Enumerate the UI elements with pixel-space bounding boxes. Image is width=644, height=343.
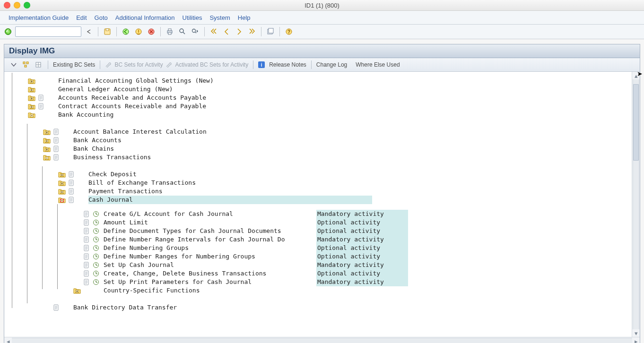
menu-goto[interactable]: Goto <box>95 14 108 21</box>
document-icon[interactable] <box>37 103 45 110</box>
activity-icon[interactable] <box>92 270 100 277</box>
activity-icon[interactable] <box>92 211 100 217</box>
folder-collapsed-icon[interactable] <box>58 188 66 195</box>
save-icon[interactable] <box>102 26 113 37</box>
existing-bc-sets-link[interactable]: Existing BC Sets <box>53 61 95 68</box>
scroll-up-icon[interactable]: ▴ <box>635 72 638 79</box>
tree-row[interactable]: Bill of Exchange Transactions <box>9 179 627 187</box>
scroll-down-icon[interactable]: ▾ <box>635 329 638 337</box>
activity-icon[interactable] <box>92 236 100 243</box>
last-page-icon[interactable] <box>247 26 257 37</box>
where-else-used-link[interactable]: Where Else Used <box>356 61 400 68</box>
activity-icon[interactable] <box>92 279 100 285</box>
menu-implementation-guide[interactable]: Implementation Guide <box>9 14 69 21</box>
tree-row[interactable]: Business Transactions <box>9 153 627 162</box>
command-field[interactable] <box>15 26 81 37</box>
document-icon[interactable] <box>52 129 60 135</box>
document-icon[interactable] <box>52 137 60 144</box>
document-icon[interactable] <box>52 304 60 311</box>
menu-help[interactable]: Help <box>238 14 251 21</box>
document-icon[interactable] <box>83 262 90 268</box>
menu-edit[interactable]: Edit <box>76 14 87 21</box>
folder-collapsed-icon[interactable] <box>28 103 35 110</box>
next-page-icon[interactable] <box>234 26 244 37</box>
document-icon[interactable] <box>83 279 90 285</box>
tree-row[interactable]: Define Numbering GroupsOptional activity <box>9 244 627 252</box>
folder-open-icon[interactable] <box>58 197 66 203</box>
help-icon[interactable]: ? <box>284 26 294 37</box>
folder-collapsed-icon[interactable] <box>43 146 51 152</box>
img-tree[interactable]: Financial Accounting Global Settings (Ne… <box>4 72 632 337</box>
menu-system[interactable]: System <box>209 14 230 21</box>
tree-row[interactable]: Create G/L Account for Cash JournalManda… <box>9 210 627 218</box>
folder-collapsed-icon[interactable] <box>28 94 35 101</box>
scroll-right-icon[interactable]: ▸ <box>632 338 640 343</box>
scroll-left-icon[interactable]: ◂ <box>4 338 12 343</box>
exit-icon[interactable] <box>133 26 144 37</box>
folder-collapsed-icon[interactable] <box>28 77 35 84</box>
prev-page-icon[interactable] <box>221 26 232 37</box>
expand-subtree-icon[interactable] <box>9 60 18 69</box>
folder-collapsed-icon[interactable] <box>28 86 35 93</box>
activity-icon[interactable] <box>92 262 100 268</box>
tree-row[interactable]: Check Deposit <box>9 170 627 179</box>
document-icon[interactable] <box>68 197 75 203</box>
tree-row[interactable]: Account Balance Interest Calculation <box>9 128 627 136</box>
tree-row[interactable]: Financial Accounting Global Settings (Ne… <box>9 77 627 85</box>
first-page-icon[interactable] <box>209 26 219 37</box>
tree-row[interactable]: Payment Transactions <box>9 187 627 196</box>
release-notes-link[interactable]: Release Notes <box>269 61 306 68</box>
tree-row[interactable]: Create, Change, Delete Business Transact… <box>9 269 627 278</box>
folder-collapsed-icon[interactable] <box>58 180 66 186</box>
tree-row[interactable]: Amount LimitOptional activity <box>9 218 627 227</box>
back-icon[interactable] <box>121 26 131 37</box>
document-icon[interactable] <box>83 253 90 260</box>
window-minimize-button[interactable] <box>14 2 20 9</box>
tree-row[interactable]: Bank Directory Data Transfer <box>9 303 627 312</box>
document-icon[interactable] <box>68 180 75 186</box>
document-icon[interactable] <box>83 219 90 226</box>
activity-icon[interactable] <box>92 245 100 251</box>
tree-row[interactable]: Bank Accounts <box>9 136 627 145</box>
document-icon[interactable] <box>68 188 75 195</box>
folder-collapsed-icon[interactable] <box>73 287 81 294</box>
change-log-link[interactable]: Change Log <box>316 61 347 68</box>
folder-expanded-icon[interactable] <box>43 154 51 161</box>
tree-row[interactable]: Define Number Range Intervals for Cash J… <box>9 235 627 244</box>
menu-additional-info[interactable]: Additional Information <box>115 14 175 21</box>
document-icon[interactable] <box>52 154 60 161</box>
find-icon[interactable] <box>177 26 188 37</box>
window-zoom-button[interactable] <box>24 2 30 9</box>
where-used-icon[interactable] <box>34 60 43 69</box>
vertical-scrollbar[interactable]: ▴ ▾ <box>632 72 640 337</box>
document-icon[interactable] <box>52 146 60 152</box>
activity-icon[interactable] <box>92 253 100 260</box>
document-icon[interactable] <box>83 245 90 251</box>
print-icon[interactable] <box>165 26 175 37</box>
tree-row[interactable]: Accounts Receivable and Accounts Payable <box>9 94 627 102</box>
document-icon[interactable] <box>83 228 90 234</box>
activity-icon[interactable] <box>92 219 100 226</box>
tree-row[interactable]: Bank Accounting <box>9 111 627 119</box>
menu-utilities[interactable]: Utilities <box>183 14 202 21</box>
document-icon[interactable] <box>37 94 45 101</box>
folder-expanded-icon[interactable] <box>28 111 35 118</box>
document-icon[interactable] <box>83 270 90 277</box>
folder-collapsed-icon[interactable] <box>43 129 51 135</box>
tree-row[interactable]: Set Up Print Parameters for Cash Journal… <box>9 278 627 286</box>
document-icon[interactable] <box>68 171 75 178</box>
activity-icon[interactable] <box>92 228 100 234</box>
tree-row[interactable]: Set Up Cash JournalMandatory activity <box>9 261 627 269</box>
window-close-button[interactable] <box>4 2 10 9</box>
tree-row[interactable]: Define Document Types for Cash Journal D… <box>9 227 627 235</box>
horizontal-scrollbar[interactable]: ◂ ▸ <box>4 337 640 343</box>
document-icon[interactable] <box>83 236 90 243</box>
enter-button[interactable] <box>5 28 11 35</box>
tree-row[interactable]: Cash Journal <box>9 196 627 204</box>
new-session-icon[interactable] <box>265 26 276 37</box>
tree-row[interactable]: General Ledger Accounting (New) <box>9 85 627 94</box>
structure-icon[interactable] <box>21 60 31 69</box>
history-dropdown-icon[interactable] <box>84 26 94 37</box>
folder-collapsed-icon[interactable] <box>58 171 66 178</box>
folder-collapsed-icon[interactable] <box>43 137 51 144</box>
